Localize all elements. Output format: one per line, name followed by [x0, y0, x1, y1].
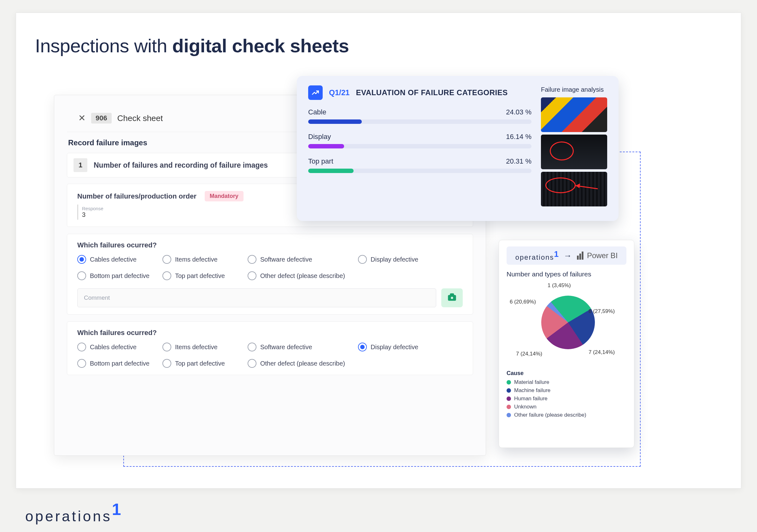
close-icon[interactable]: ✕	[78, 114, 85, 123]
radio-icon	[163, 271, 171, 280]
step-number: 1	[74, 158, 87, 172]
legend-swatch	[506, 380, 511, 384]
pie-title: Number and types of failures	[506, 270, 626, 278]
radio-icon	[163, 343, 171, 351]
radio-option[interactable]: Software defective	[248, 255, 355, 264]
pie-slice-label: 6 (20,69%)	[510, 299, 536, 305]
step-label: Number of failures and recording of fail…	[94, 161, 268, 170]
operations1-footer-logo: operations1	[25, 501, 121, 525]
radio-option[interactable]: Display defective	[358, 255, 440, 264]
radio-icon	[77, 359, 86, 368]
pie-slice-label: 1 (3,45%)	[548, 282, 571, 289]
legend-item: Unknown	[506, 404, 626, 410]
arrow-right-icon: →	[564, 251, 572, 261]
headline-prefix: Inspections with	[35, 35, 172, 56]
failure-type-card-2: Which failures ocurred? Cables defective…	[67, 322, 473, 375]
failure-type-card-1: Which failures ocurred? Cables defective…	[67, 234, 473, 315]
radio-option[interactable]: Other defect (please describe)	[248, 271, 355, 280]
question-title: Which failures ocurred?	[77, 241, 463, 249]
radio-label: Items defective	[175, 256, 218, 263]
radio-label: Other defect (please describe)	[260, 360, 345, 367]
radio-option[interactable]: Bottom part defective	[77, 271, 159, 280]
failure-thumb-2[interactable]	[541, 135, 607, 169]
svg-rect-7	[582, 251, 583, 260]
powerbi-logo: Power BI	[576, 251, 618, 260]
radio-label: Other defect (please describe)	[260, 272, 345, 280]
svg-rect-2	[450, 294, 454, 295]
legend-swatch	[506, 405, 511, 409]
failure-thumb-3[interactable]	[541, 172, 607, 207]
radio-icon	[248, 255, 257, 264]
radio-option[interactable]: Bottom part defective	[77, 359, 159, 368]
radio-icon	[248, 271, 257, 280]
legend-item: Human failure	[506, 396, 626, 402]
radio-label: Cables defective	[90, 256, 136, 263]
svg-rect-6	[579, 254, 581, 260]
pie-slice-label: 7 (24,14%)	[589, 349, 615, 355]
bar-label: Display	[308, 133, 331, 141]
radio-option[interactable]: Other defect (please describe)	[248, 359, 355, 368]
radio-icon	[77, 271, 86, 280]
bar-fill	[308, 169, 353, 173]
question-title: Which failures ocurred?	[77, 329, 463, 337]
bar-row: Display16.14 %	[308, 133, 531, 149]
radio-icon	[358, 255, 367, 264]
comment-input[interactable]: Comment	[77, 288, 436, 307]
radio-option[interactable]: Display defective	[358, 343, 440, 351]
sheet-title: Check sheet	[117, 113, 163, 123]
radio-icon	[248, 343, 257, 351]
radio-option[interactable]: Cables defective	[77, 343, 159, 351]
radio-option[interactable]: Top part defective	[163, 359, 244, 368]
legend-label: Material failure	[514, 379, 550, 385]
radio-label: Display defective	[371, 256, 418, 263]
bar-track	[308, 120, 531, 124]
radio-label: Items defective	[175, 344, 218, 351]
field-label: Number of failures/production order	[77, 192, 197, 200]
integration-header: operations1 → Power BI	[506, 246, 626, 265]
radio-option[interactable]: Items defective	[163, 255, 244, 264]
legend-label: Human failure	[514, 396, 548, 402]
radio-icon	[248, 359, 257, 368]
bar-fill	[308, 144, 344, 149]
legend-item: Other failure (please describe)	[506, 412, 626, 418]
bar-value: 20.31 %	[506, 157, 531, 165]
svg-rect-5	[577, 256, 579, 260]
bar-track	[308, 144, 531, 149]
radio-label: Software defective	[260, 344, 312, 351]
svg-marker-4	[576, 183, 580, 188]
radio-option[interactable]: Cables defective	[77, 255, 159, 264]
bar-value: 16.14 %	[506, 133, 531, 141]
evaluation-card: Q1/21 EVALUATION OF FAILURE CATEGORIES C…	[297, 76, 619, 221]
radio-label: Display defective	[371, 344, 418, 351]
radio-icon	[77, 255, 86, 264]
legend-item: Material failure	[506, 379, 626, 385]
bar-fill	[308, 120, 362, 124]
bar-label: Top part	[308, 157, 333, 165]
headline-bold: digital check sheets	[172, 35, 349, 56]
radio-label: Top part defective	[175, 360, 225, 367]
legend-swatch	[506, 397, 511, 401]
chart-icon	[308, 85, 323, 100]
radio-option[interactable]: Software defective	[248, 343, 355, 351]
camera-button[interactable]	[441, 288, 463, 307]
radio-label: Top part defective	[175, 272, 225, 280]
camera-icon	[447, 292, 457, 304]
radio-option[interactable]: Top part defective	[163, 271, 244, 280]
radio-option[interactable]: Items defective	[163, 343, 244, 351]
radio-label: Software defective	[260, 256, 312, 263]
radio-icon	[163, 255, 171, 264]
eval-quarter: Q1/21	[329, 88, 349, 97]
operations1-logo: operations1	[515, 250, 559, 262]
page-title: Inspections with digital check sheets	[35, 35, 349, 57]
bar-value: 24.03 %	[506, 108, 531, 116]
legend-swatch	[506, 413, 511, 417]
failure-image-title: Failure image analysis	[541, 85, 607, 94]
radio-label: Cables defective	[90, 344, 136, 351]
radio-label: Bottom part defective	[90, 272, 149, 280]
legend-swatch	[506, 388, 511, 393]
pie-slice-label: 8 (27,59%)	[589, 308, 615, 315]
failure-thumb-1[interactable]	[541, 98, 607, 132]
radio-icon	[77, 343, 86, 351]
radio-icon	[163, 359, 171, 368]
radio-icon	[358, 343, 367, 351]
